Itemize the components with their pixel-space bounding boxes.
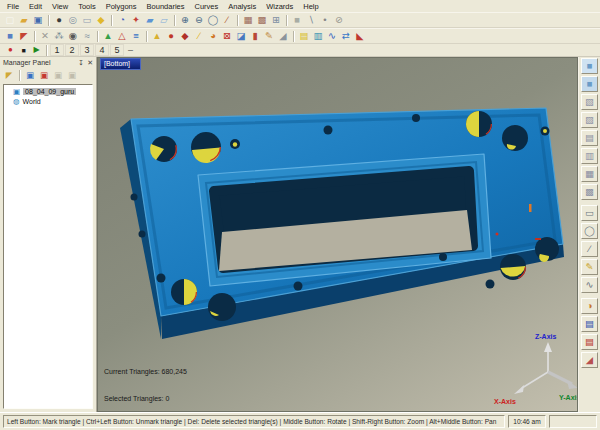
brick-icon[interactable]: ▮ (248, 29, 262, 43)
menu-boundaries[interactable]: Boundaries (142, 1, 190, 12)
play-macro-button[interactable]: ▶ (30, 46, 43, 54)
menu-analysis[interactable]: Analysis (223, 1, 261, 12)
wedge-tool-icon[interactable]: ◢ (276, 29, 290, 43)
wedge-red-icon[interactable]: ◢ (581, 352, 598, 368)
spin-view-icon[interactable]: ◎ (66, 13, 80, 27)
select-circle-icon[interactable]: ◯ (581, 223, 598, 239)
shaded-cube-icon[interactable]: ■ (290, 13, 304, 27)
texture-pane-icon[interactable]: ▥ (311, 29, 325, 43)
zoom-in-icon[interactable]: ⊕ (178, 13, 192, 27)
menu-wizards[interactable]: Wizards (261, 1, 298, 12)
clip-plane-icon[interactable]: ▱ (157, 13, 171, 27)
menu-view[interactable]: View (47, 1, 73, 12)
disable-icon[interactable]: ⊘ (332, 13, 346, 27)
measure-line-icon[interactable]: ∕ (220, 13, 234, 27)
subdivide-icon[interactable]: △ (115, 29, 129, 43)
bridge-icon[interactable]: ≈ (80, 29, 94, 43)
toolbar-separator (111, 15, 112, 26)
pin-icon[interactable]: ↧ (78, 59, 84, 67)
toolbar-polygons: ■◤✕⁂◉≈▲△≡▲●◆∕◕⊠◪▮✎◢▤▥∿⇄◣ (0, 28, 600, 44)
stack-red-icon[interactable]: ▤ (581, 334, 598, 350)
delete-triangles-icon[interactable]: ✕ (38, 29, 52, 43)
save-icon[interactable]: ▣ (31, 13, 45, 27)
select-arrow-icon[interactable]: ◤ (2, 69, 16, 81)
menu-tools[interactable]: Tools (73, 1, 101, 12)
zoom-window-icon[interactable]: ◯ (206, 13, 220, 27)
tree-item-world[interactable]: ◍World (4, 97, 92, 107)
zoom-out-icon[interactable]: ⊖ (192, 13, 206, 27)
view-button-1[interactable]: 1 (50, 44, 64, 56)
record-video-icon[interactable]: ▩ (255, 13, 269, 27)
layer-stack-icon[interactable]: ▤ (297, 29, 311, 43)
corner-flag-icon[interactable]: ◤ (17, 29, 31, 43)
select-pen-icon[interactable]: ✎ (581, 259, 598, 275)
stack-blue-icon[interactable]: ▤ (581, 316, 598, 332)
apple-icon[interactable]: ● (164, 29, 178, 43)
select-line-icon[interactable]: ∕ (581, 241, 598, 257)
flag-red-icon[interactable]: ◣ (353, 29, 367, 43)
inactive-slot2-icon[interactable]: ▣ (65, 69, 79, 81)
toolbar-separator (46, 45, 47, 56)
display-monitor-icon[interactable]: ▣ (23, 69, 37, 81)
refresh-view-icon[interactable]: ◔ (115, 13, 129, 27)
scanned-part-model[interactable] (120, 108, 564, 339)
open-folder-icon[interactable]: ▰ (17, 13, 31, 27)
tree-item-08_04_09_guru[interactable]: ▣08_04_09_guru (4, 87, 92, 97)
material-sphere-icon[interactable]: ● (52, 13, 66, 27)
view-cube-iso-icon[interactable]: ▩ (581, 184, 598, 200)
stop-macro-button[interactable]: ■ (17, 47, 30, 54)
wave-icon[interactable]: ∿ (325, 29, 339, 43)
status-bar: Left Button: Mark triangle | Ctrl+Left B… (0, 412, 600, 430)
compass-icon[interactable]: ✦ (129, 13, 143, 27)
lightning-icon[interactable]: ∕ (192, 29, 206, 43)
view-cube-back-icon[interactable]: ▨ (581, 112, 598, 128)
view-cube-right-icon[interactable]: ▥ (581, 148, 598, 164)
view-button-3[interactable]: 3 (80, 44, 94, 56)
menu-file[interactable]: File (2, 1, 24, 12)
toolbar-separator (174, 15, 175, 26)
menu-edit[interactable]: Edit (24, 1, 47, 12)
point-icon[interactable]: • (318, 13, 332, 27)
menu-polygons[interactable]: Polygons (101, 1, 142, 12)
menu-curves[interactable]: Curves (189, 1, 223, 12)
sync-arrows-icon[interactable]: ⇄ (339, 29, 353, 43)
mesh-cube-icon[interactable]: ■ (3, 29, 17, 43)
record-macro-button[interactable]: ● (4, 46, 17, 54)
select-polyline-icon[interactable]: ∿ (581, 277, 598, 293)
select-rectangle-icon[interactable]: ▭ (581, 205, 598, 221)
overflow-chevron[interactable]: – (128, 45, 133, 55)
view-cube-front-icon[interactable]: ▧ (581, 94, 598, 110)
grid-x-icon[interactable]: ⊠ (220, 29, 234, 43)
decimate-icon[interactable]: ▲ (101, 29, 115, 43)
menu-help[interactable]: Help (298, 1, 323, 12)
view-shaded-icon[interactable]: ■ (581, 58, 598, 74)
spider-icon[interactable]: ◉ (66, 29, 80, 43)
view-button-2[interactable]: 2 (65, 44, 79, 56)
view-textured-icon[interactable]: ■ (581, 76, 598, 92)
view-cube-top-icon[interactable]: ▦ (581, 166, 598, 182)
sandglass-icon[interactable]: ▲ (150, 29, 164, 43)
multi-view-icon[interactable]: ⊞ (269, 13, 283, 27)
blue-pane-icon[interactable]: ◪ (234, 29, 248, 43)
viewport-3d[interactable]: [Bottom] (97, 57, 578, 412)
view-button-5[interactable]: 5 (110, 44, 124, 56)
close-icon[interactable]: ✕ (87, 59, 93, 67)
hourglass-icon[interactable]: ◆ (94, 13, 108, 27)
view-button-4[interactable]: 4 (95, 44, 109, 56)
mouse-help-text: Left Button: Mark triangle | Ctrl+Left B… (3, 415, 505, 428)
new-document-icon[interactable]: ▢ (3, 13, 17, 27)
registration-icon[interactable]: ⁂ (52, 29, 66, 43)
view-orientation-label[interactable]: [Bottom] (100, 58, 141, 70)
stats-icon[interactable]: ≡ (129, 29, 143, 43)
inactive-slot-icon[interactable]: ▣ (51, 69, 65, 81)
brush-icon[interactable]: ✎ (262, 29, 276, 43)
view-cube-left-icon[interactable]: ▤ (581, 130, 598, 146)
fill-plane-icon[interactable]: ▰ (143, 13, 157, 27)
max-icon[interactable]: ◆ (178, 29, 192, 43)
window-view-icon[interactable]: ▭ (80, 13, 94, 27)
record-region-icon[interactable]: ▣ (37, 69, 51, 81)
snapshot-icon[interactable]: ▦ (241, 13, 255, 27)
sphere-paint-icon[interactable]: ◑ (581, 298, 598, 314)
twist-icon[interactable]: ◕ (206, 29, 220, 43)
probe-pen-icon[interactable]: ∖ (304, 13, 318, 27)
